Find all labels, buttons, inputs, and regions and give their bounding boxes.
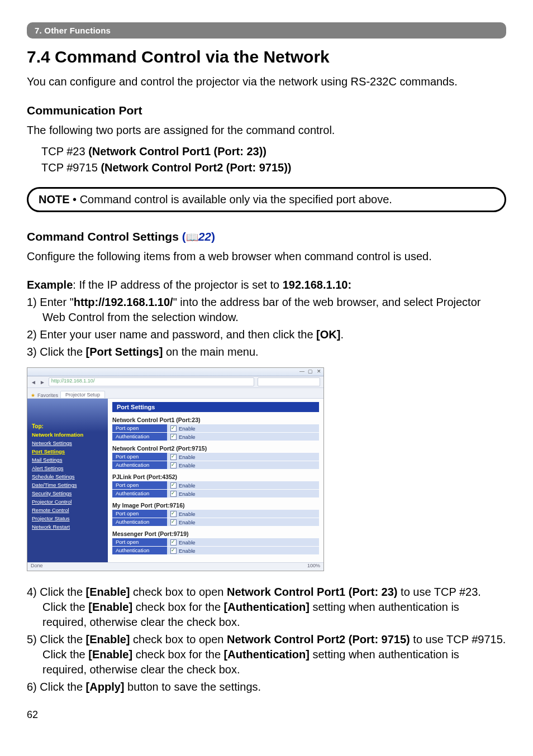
chapter-bar: 7. Other Functions bbox=[27, 22, 506, 39]
screenshot-content: Top: Network InformationNetwork Settings… bbox=[27, 399, 323, 562]
favorites-label: Favorites bbox=[37, 393, 58, 398]
row-value: Enable bbox=[167, 518, 319, 526]
port-list: TCP #23 (Network Control Port1 (Port: 23… bbox=[41, 143, 506, 176]
sidebar-item: Date/Time Settings bbox=[32, 482, 103, 488]
sidebar-item: Network Settings bbox=[32, 440, 103, 446]
row-label: Port open bbox=[112, 510, 167, 518]
screenshot-main: Port Settings Network Control Port1 (Por… bbox=[108, 399, 323, 562]
settings-row: Port openEnable bbox=[112, 481, 319, 489]
window-buttons-icon: — ▢ ✕ bbox=[299, 369, 322, 374]
port2-bold: (Network Control Port2 (Port: 9715)) bbox=[101, 161, 291, 174]
row-label: Port open bbox=[112, 481, 167, 489]
checkbox-icon bbox=[170, 454, 177, 460]
group-heading: PJLink Port (Port:4352) bbox=[112, 473, 319, 480]
sidebar-item: Security Settings bbox=[32, 490, 103, 496]
screenshot-browser-window: — ▢ ✕ ◄ ► http://192.168.1.10/ ★ Favorit… bbox=[27, 367, 324, 571]
screenshot-sidebar: Top: Network InformationNetwork Settings… bbox=[27, 399, 108, 562]
port1-line: TCP #23 (Network Control Port1 (Port: 23… bbox=[41, 143, 506, 160]
example-rest: : If the IP address of the projector is … bbox=[73, 279, 282, 291]
settings-group: Network Control Port2 (Port:9715)Port op… bbox=[112, 445, 319, 469]
browser-tab: Projector Setup bbox=[60, 391, 105, 398]
step-5: 5) Click the [Enable] check box to open … bbox=[27, 632, 506, 677]
checkbox-icon bbox=[170, 491, 177, 497]
screenshot-status-bar: Done 100% bbox=[27, 562, 323, 571]
checkbox-icon bbox=[170, 462, 177, 468]
sidebar-item: Projector Status bbox=[32, 515, 103, 521]
screenshot-tab-bar: ★ Favorites Projector Setup bbox=[27, 388, 323, 399]
row-value: Enable bbox=[167, 510, 319, 518]
sidebar-item: Remote Control bbox=[32, 507, 103, 513]
settings-row: Port openEnable bbox=[112, 538, 319, 546]
checkbox-icon bbox=[170, 548, 177, 554]
sidebar-item: Schedule Settings bbox=[32, 473, 103, 480]
step-6: 6) Click the [Apply] button to save the … bbox=[27, 680, 506, 695]
section-title: 7.4 Command Control via the Network bbox=[27, 47, 506, 66]
group-heading: Network Control Port2 (Port:9715) bbox=[112, 445, 319, 452]
sidebar-item: Projector Control bbox=[32, 499, 103, 505]
settings-group: PJLink Port (Port:4352)Port openEnableAu… bbox=[112, 473, 319, 497]
search-box bbox=[258, 377, 320, 386]
cfg-text: Configure the following items from a web… bbox=[27, 249, 506, 264]
row-label: Authentication bbox=[112, 461, 167, 469]
cmd-ctrl-heading: Command Control Settings (📖22) bbox=[27, 230, 506, 243]
row-value: Enable bbox=[167, 433, 319, 441]
note-label: NOTE bbox=[39, 193, 70, 205]
settings-group: Messenger Port (Port:9719)Port openEnabl… bbox=[112, 530, 319, 554]
sidebar-item: Mail Settings bbox=[32, 457, 103, 463]
example-label: Example bbox=[27, 279, 73, 291]
page-number: 62 bbox=[27, 709, 506, 721]
sidebar-item: Network Restart bbox=[32, 524, 103, 530]
group-heading: Messenger Port (Port:9719) bbox=[112, 530, 319, 537]
group-heading: My Image Port (Port:9716) bbox=[112, 502, 319, 509]
port1-bold: (Network Control Port1 (Port: 23)) bbox=[88, 145, 266, 157]
row-label: Authentication bbox=[112, 547, 167, 554]
settings-row: AuthenticationEnable bbox=[112, 518, 319, 526]
example-line: Example: If the IP address of the projec… bbox=[27, 277, 506, 293]
sidebar-top: Top: bbox=[32, 423, 103, 429]
favorites-star-icon: ★ bbox=[31, 393, 35, 398]
port2-line: TCP #9715 (Network Control Port2 (Port: … bbox=[41, 160, 506, 176]
checkbox-icon bbox=[170, 425, 177, 432]
row-value: Enable bbox=[167, 547, 319, 554]
panel-title: Port Settings bbox=[112, 402, 319, 412]
row-value: Enable bbox=[167, 481, 319, 489]
comm-port-heading: Communication Port bbox=[27, 104, 506, 117]
note-box: NOTE • Command control is available only… bbox=[27, 187, 506, 212]
sidebar-item: Port Settings bbox=[32, 448, 103, 454]
example-ip: 192.168.1.10: bbox=[283, 279, 351, 291]
comm-port-text: The following two ports are assigned for… bbox=[27, 123, 506, 138]
row-value: Enable bbox=[167, 424, 319, 432]
settings-row: AuthenticationEnable bbox=[112, 461, 319, 469]
port2-prefix: TCP #9715 bbox=[41, 161, 101, 174]
cross-ref-page: 22 bbox=[198, 230, 211, 243]
row-value: Enable bbox=[167, 453, 319, 461]
checkbox-icon bbox=[170, 482, 177, 489]
row-label: Port open bbox=[112, 424, 167, 432]
sidebar-item: Network Information bbox=[32, 432, 103, 438]
settings-row: Port openEnable bbox=[112, 453, 319, 461]
row-label: Port open bbox=[112, 453, 167, 461]
note-text: • Command control is available only via … bbox=[70, 193, 392, 205]
step-1: 1) Enter "http://192.168.1.10/" into the… bbox=[27, 295, 506, 325]
row-value: Enable bbox=[167, 490, 319, 497]
settings-row: Port openEnable bbox=[112, 510, 319, 518]
cross-ref: (📖22) bbox=[182, 230, 215, 243]
address-box: http://192.168.1.10/ bbox=[49, 377, 254, 386]
nav-fwd-icon: ► bbox=[40, 379, 45, 385]
checkbox-icon bbox=[170, 511, 177, 517]
checkbox-icon bbox=[170, 434, 177, 440]
steps-block-2: 4) Click the [Enable] check box to open … bbox=[27, 585, 506, 695]
step-2: 2) Enter your user name and password, an… bbox=[27, 327, 506, 342]
checkbox-icon bbox=[170, 519, 177, 525]
row-value: Enable bbox=[167, 538, 319, 546]
status-left: Done bbox=[31, 563, 43, 571]
steps-block-1: Example: If the IP address of the projec… bbox=[27, 277, 506, 360]
row-label: Authentication bbox=[112, 433, 167, 441]
nav-back-icon: ◄ bbox=[31, 379, 36, 385]
sidebar-item: Alert Settings bbox=[32, 465, 103, 471]
settings-group: My Image Port (Port:9716)Port openEnable… bbox=[112, 502, 319, 526]
port1-prefix: TCP #23 bbox=[41, 145, 88, 157]
settings-row: AuthenticationEnable bbox=[112, 490, 319, 497]
settings-row: Port openEnable bbox=[112, 424, 319, 432]
status-right: 100% bbox=[307, 563, 320, 571]
